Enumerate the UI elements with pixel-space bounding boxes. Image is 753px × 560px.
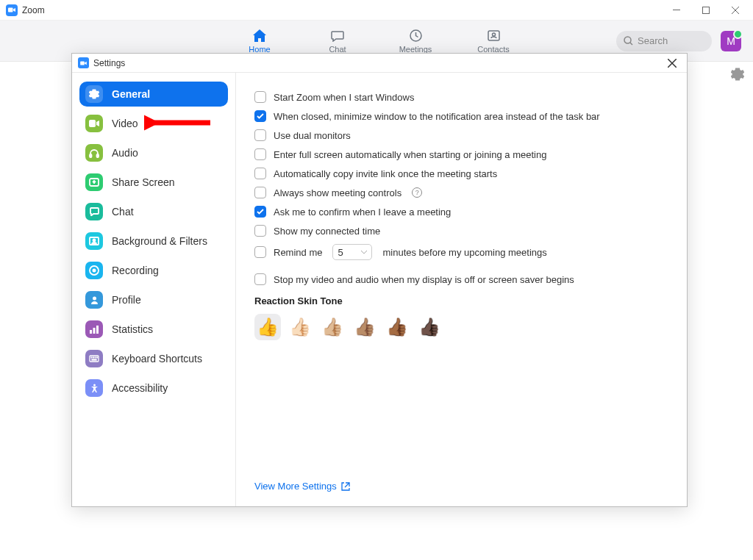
sidebar-item-share-screen[interactable]: Share Screen	[79, 170, 228, 195]
skin-tone-option[interactable]: 👍🏿	[416, 314, 443, 340]
gear-icon	[85, 85, 103, 103]
profile-icon	[85, 291, 103, 309]
checkbox[interactable]	[254, 187, 266, 198]
sidebar-item-keyboard-shortcuts[interactable]: Keyboard Shortcuts	[79, 346, 228, 371]
sidebar-item-accessibility[interactable]: Accessibility	[79, 376, 228, 401]
search-input[interactable]: Search	[616, 31, 712, 51]
view-more-settings-link[interactable]: View More Settings	[254, 481, 350, 492]
svg-rect-19	[96, 326, 99, 334]
remind-minutes-select[interactable]: 5	[332, 244, 372, 260]
close-button[interactable]	[721, 0, 750, 21]
skin-tone-picker: 👍👍🏻👍🏼👍🏽👍🏾👍🏿	[254, 314, 668, 340]
skin-tone-option[interactable]: 👍🏾	[384, 314, 410, 340]
svg-point-16	[93, 296, 96, 300]
recording-icon	[85, 262, 103, 279]
option-row[interactable]: Enter full screen automatically when sta…	[254, 148, 668, 160]
sidebar-item-chat[interactable]: Chat	[79, 199, 228, 224]
svg-point-22	[93, 357, 94, 358]
settings-panel: Start Zoom when I start WindowsWhen clos…	[236, 73, 687, 506]
tab-meetings[interactable]: Meetings	[395, 29, 436, 54]
skin-tone-title: Reaction Skin Tone	[254, 295, 668, 306]
home-icon	[252, 29, 267, 43]
option-label: Always show meeting controls	[274, 187, 402, 198]
sidebar-item-label: Statistics	[112, 323, 153, 335]
svg-point-6	[624, 37, 631, 43]
skin-tone-option[interactable]: 👍🏼	[319, 314, 346, 340]
tab-chat[interactable]: Chat	[317, 29, 358, 54]
svg-point-24	[97, 357, 98, 358]
accessibility-icon	[85, 379, 103, 397]
skin-tone-option[interactable]: 👍🏻	[287, 314, 313, 340]
settings-sidebar: GeneralVideoAudioShare ScreenChatBackgro…	[72, 73, 236, 506]
option-row[interactable]: Use dual monitors	[254, 129, 668, 141]
sidebar-item-label: Keyboard Shortcuts	[112, 353, 202, 365]
option-label: Show my connected time	[274, 226, 380, 237]
keyboard-icon	[85, 350, 103, 367]
chat-icon	[85, 203, 103, 220]
sidebar-item-statistics[interactable]: Statistics	[79, 317, 228, 342]
option-row[interactable]: Automatically copy invite link once the …	[254, 168, 668, 179]
checkbox[interactable]	[254, 246, 266, 258]
sidebar-item-recording[interactable]: Recording	[79, 258, 228, 283]
option-label: When closed, minimize window to the noti…	[274, 111, 600, 122]
checkbox[interactable]	[254, 225, 266, 237]
app-icon	[6, 4, 18, 16]
checkbox[interactable]	[254, 110, 266, 122]
checkbox[interactable]	[254, 273, 266, 285]
sidebar-item-label: Audio	[112, 147, 138, 159]
svg-rect-17	[90, 330, 92, 334]
checkbox[interactable]	[254, 91, 266, 103]
option-label: Remind me	[274, 247, 322, 258]
option-remind-me[interactable]: Remind me 5 minutes before my upcoming m…	[254, 244, 668, 260]
option-row[interactable]: Show my connected time	[254, 225, 668, 237]
skin-tone-option[interactable]: 👍	[254, 314, 281, 340]
svg-rect-9	[90, 154, 92, 157]
checkbox[interactable]	[254, 129, 266, 141]
option-row[interactable]: Start Zoom when I start Windows	[254, 91, 668, 103]
maximize-button[interactable]	[691, 0, 721, 21]
dialog-close-button[interactable]	[663, 54, 681, 72]
sidebar-item-label: Video	[112, 118, 138, 129]
settings-dialog: Settings GeneralVideoAudioShare ScreenCh…	[71, 53, 688, 507]
chevron-down-icon	[361, 251, 367, 254]
sidebar-item-background-filters[interactable]: Background & Filters	[79, 229, 228, 254]
share-icon	[85, 173, 103, 191]
sidebar-item-label: Share Screen	[112, 176, 175, 188]
sidebar-item-video[interactable]: Video	[79, 111, 228, 136]
svg-rect-0	[8, 8, 13, 12]
settings-gear-button[interactable]	[731, 68, 744, 84]
option-label: Enter full screen automatically when sta…	[274, 149, 546, 160]
skin-tone-option[interactable]: 👍🏽	[351, 314, 378, 340]
tab-contacts[interactable]: Contacts	[473, 29, 514, 54]
option-row[interactable]: Ask me to confirm when I leave a meeting	[254, 206, 668, 218]
svg-point-15	[93, 269, 96, 273]
clock-icon	[410, 29, 422, 43]
svg-rect-10	[97, 154, 99, 157]
sidebar-item-label: Chat	[112, 206, 134, 218]
option-stop-video[interactable]: Stop my video and audio when my display …	[254, 273, 668, 285]
help-icon[interactable]: ?	[412, 187, 422, 198]
avatar[interactable]: M	[721, 31, 741, 51]
checkbox[interactable]	[254, 168, 266, 179]
option-label: Automatically copy invite link once the …	[274, 168, 497, 179]
statistics-icon	[85, 320, 103, 338]
checkbox[interactable]	[254, 148, 266, 160]
window-title: Zoom	[22, 5, 45, 15]
contacts-icon	[488, 29, 500, 43]
sidebar-item-general[interactable]: General	[79, 82, 228, 107]
svg-point-21	[91, 357, 92, 358]
tab-home[interactable]: Home	[239, 29, 280, 54]
sidebar-item-profile[interactable]: Profile	[79, 287, 228, 312]
headphones-icon	[85, 144, 103, 162]
dialog-title: Settings	[93, 58, 125, 68]
minimize-button[interactable]	[662, 0, 691, 21]
option-row[interactable]: Always show meeting controls?	[254, 187, 668, 198]
sidebar-item-label: General	[112, 88, 150, 100]
option-label: Use dual monitors	[274, 130, 351, 141]
sidebar-item-label: Recording	[112, 265, 159, 276]
app-icon	[78, 57, 89, 68]
option-row[interactable]: When closed, minimize window to the noti…	[254, 110, 668, 122]
checkbox[interactable]	[254, 206, 266, 218]
svg-rect-18	[93, 328, 96, 334]
sidebar-item-audio[interactable]: Audio	[79, 140, 228, 165]
